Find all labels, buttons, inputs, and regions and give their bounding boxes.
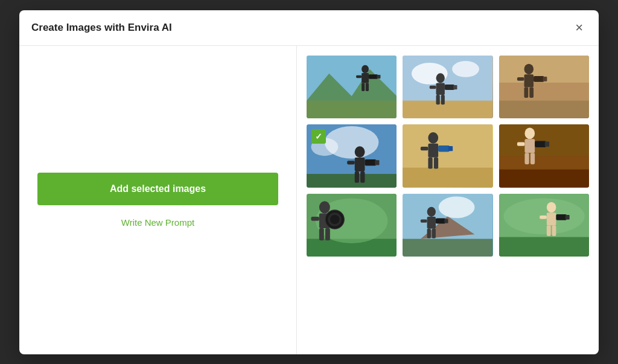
svg-point-44: [428, 132, 439, 144]
svg-rect-69: [319, 228, 324, 240]
svg-point-63: [316, 198, 387, 243]
svg-rect-5: [369, 74, 378, 78]
image-8: [403, 194, 492, 257]
svg-rect-73: [403, 238, 492, 257]
svg-rect-27: [543, 77, 547, 81]
image-cell-7[interactable]: [307, 194, 397, 257]
svg-rect-28: [524, 87, 528, 97]
svg-rect-48: [428, 158, 433, 169]
svg-rect-32: [307, 174, 397, 187]
image-cell-9[interactable]: [499, 194, 589, 257]
svg-rect-61: [307, 194, 397, 257]
image-2: [403, 56, 492, 119]
svg-rect-58: [524, 153, 529, 164]
svg-rect-43: [403, 168, 492, 188]
svg-rect-16: [445, 85, 454, 90]
svg-rect-7: [362, 83, 365, 91]
svg-rect-37: [365, 159, 376, 165]
modal-body: Add selected images Write New Prompt: [19, 46, 599, 354]
svg-rect-52: [499, 165, 589, 187]
svg-rect-87: [547, 212, 556, 225]
svg-point-85: [503, 198, 584, 234]
svg-rect-81: [432, 228, 436, 238]
image-5: [403, 124, 492, 188]
svg-rect-77: [427, 216, 436, 228]
svg-rect-29: [529, 87, 534, 97]
svg-rect-89: [565, 215, 570, 220]
image-4: [307, 124, 397, 188]
svg-rect-40: [360, 171, 365, 183]
svg-rect-65: [319, 213, 330, 228]
svg-point-33: [325, 126, 379, 159]
image-cell-3[interactable]: [499, 56, 589, 119]
svg-rect-56: [535, 141, 546, 147]
svg-point-35: [355, 146, 365, 158]
svg-rect-25: [524, 74, 534, 87]
add-selected-images-button[interactable]: Add selected images: [37, 173, 278, 205]
svg-rect-59: [530, 153, 534, 164]
svg-rect-26: [534, 76, 544, 82]
svg-point-76: [427, 206, 436, 216]
svg-rect-0: [307, 56, 397, 119]
svg-point-86: [547, 202, 556, 212]
svg-rect-82: [421, 219, 427, 222]
svg-rect-18: [436, 95, 440, 104]
svg-rect-22: [499, 96, 589, 118]
selected-check-4: [311, 129, 326, 144]
svg-point-14: [436, 73, 445, 83]
write-new-prompt-link[interactable]: Write New Prompt: [121, 217, 194, 228]
svg-rect-30: [517, 77, 524, 80]
svg-point-68: [330, 214, 340, 224]
svg-rect-83: [499, 194, 589, 257]
right-panel[interactable]: [297, 46, 599, 354]
svg-rect-71: [311, 217, 319, 221]
image-1: [307, 56, 397, 119]
svg-rect-39: [355, 171, 359, 183]
image-cell-2[interactable]: [403, 56, 492, 119]
image-cell-6[interactable]: [499, 124, 589, 188]
svg-rect-70: [325, 228, 330, 240]
image-cell-4[interactable]: [307, 124, 397, 188]
image-3: [499, 56, 589, 119]
svg-rect-2: [307, 100, 397, 118]
left-panel: Add selected images Write New Prompt: [19, 46, 297, 354]
svg-rect-6: [377, 75, 380, 78]
svg-rect-72: [403, 194, 492, 257]
image-9: [499, 194, 589, 257]
svg-point-64: [319, 201, 330, 213]
modal-header: Create Images with Envira AI ×: [19, 10, 599, 46]
svg-rect-21: [499, 56, 589, 119]
svg-rect-17: [454, 85, 457, 89]
create-images-modal: Create Images with Envira AI × Add selec…: [19, 10, 599, 354]
svg-rect-57: [545, 142, 549, 147]
close-button[interactable]: ×: [572, 20, 587, 36]
svg-rect-42: [403, 124, 492, 188]
svg-point-67: [328, 212, 341, 226]
svg-rect-4: [362, 73, 369, 83]
svg-rect-41: [347, 161, 355, 164]
svg-rect-15: [436, 83, 445, 95]
image-cell-1[interactable]: [307, 56, 397, 119]
image-cell-8[interactable]: [403, 194, 492, 257]
svg-rect-9: [356, 75, 362, 77]
svg-rect-78: [436, 218, 445, 223]
svg-rect-47: [448, 146, 453, 151]
svg-marker-74: [421, 216, 475, 238]
image-cell-5[interactable]: [403, 124, 492, 188]
svg-rect-38: [375, 160, 379, 165]
svg-rect-36: [355, 158, 365, 171]
svg-rect-50: [421, 147, 428, 150]
svg-rect-20: [430, 85, 436, 88]
svg-rect-45: [428, 144, 439, 158]
svg-point-75: [439, 196, 475, 218]
modal-title: Create Images with Envira AI: [31, 22, 172, 34]
svg-point-3: [362, 65, 369, 72]
svg-rect-80: [427, 228, 431, 238]
svg-rect-55: [524, 139, 535, 153]
svg-rect-91: [552, 225, 556, 235]
svg-rect-90: [547, 225, 551, 235]
svg-rect-84: [499, 237, 589, 257]
svg-point-24: [524, 63, 534, 74]
svg-rect-19: [441, 95, 445, 104]
svg-rect-46: [438, 145, 450, 152]
